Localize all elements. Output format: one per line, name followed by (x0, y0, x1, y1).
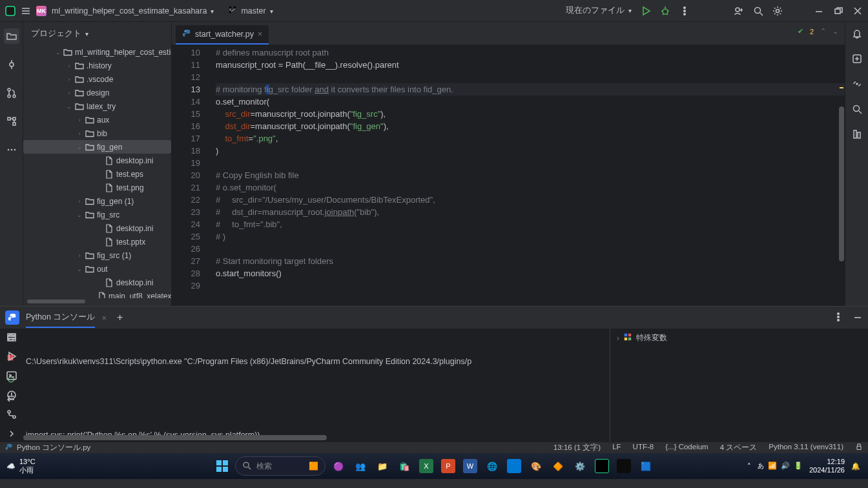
chevron-right-icon[interactable]: › (617, 334, 619, 343)
editor-tab-active[interactable]: start_watcher.py × (176, 25, 269, 45)
chevron-down-icon[interactable]: ⌄ (832, 27, 838, 36)
status-indent[interactable]: 4 スペース (720, 443, 758, 452)
console-output[interactable]: C:\Users\rikuk\venvs311\Scripts\python.e… (23, 329, 610, 442)
project-name-dropdown[interactable]: ml_writing_helper_cost_estimate_kasahara (52, 6, 214, 15)
commit-tool-icon[interactable] (4, 57, 19, 72)
tree-item[interactable]: ›fig_gen (1) (23, 194, 171, 208)
status-encoding[interactable]: UTF-8 (633, 443, 654, 452)
vscode-icon[interactable] (505, 457, 523, 475)
tree-item[interactable]: ›aux (23, 113, 171, 127)
tree-item[interactable]: ⌄latex_try (23, 99, 171, 113)
taskbar-search[interactable]: 検索 🟧 (235, 456, 326, 476)
notifications-icon[interactable]: 🔔 (851, 462, 860, 471)
status-interpreter[interactable]: Python 3.11 (venv311) (769, 443, 843, 452)
sidebar-header[interactable]: プロジェクト (23, 22, 171, 45)
console-add-tab[interactable]: + (113, 312, 123, 323)
code-editor[interactable]: 1011121314151617181920212223242526272829… (172, 45, 845, 306)
tree-item[interactable]: ⌄out (23, 262, 171, 276)
window-minimize-icon[interactable] (814, 6, 824, 16)
teams-icon[interactable]: 👥 (351, 457, 369, 475)
run-tool-icon[interactable] (6, 351, 17, 361)
tree-item[interactable]: desktop.ini (23, 276, 171, 289)
notifications-icon[interactable] (852, 28, 862, 41)
excel-icon[interactable]: X (417, 457, 435, 475)
tree-item[interactable]: desktop.ini (23, 221, 171, 235)
editor-inspection-widget[interactable]: ✔ 2 ⌃ ⌄ (798, 27, 838, 36)
code-with-me-icon[interactable] (734, 6, 744, 16)
tree-item[interactable]: desktop.ini (23, 154, 171, 167)
terminal-icon[interactable] (6, 371, 17, 381)
git-branch-widget[interactable]: master (228, 5, 273, 16)
tree-item[interactable]: test.eps (23, 167, 171, 181)
tree-root[interactable]: ⌄ ml_writing_helper_cost_estimate_kasaha… (23, 45, 171, 59)
window-restore-icon[interactable] (833, 6, 843, 16)
ai-assist-icon[interactable] (852, 54, 862, 66)
console-tab-close-icon[interactable]: × (101, 313, 107, 323)
powerpoint-icon[interactable]: P (439, 457, 457, 475)
python-console-tool-icon[interactable] (5, 310, 19, 325)
tree-item[interactable]: ›fig_src (1) (23, 249, 171, 262)
taskbar-tray[interactable]: ˄ あ 📶 🔊 🔋 12:19 2024/11/26 🔔 (747, 458, 860, 474)
app-icon-4[interactable]: 🟦 (637, 457, 655, 475)
tree-item[interactable]: ›bib (23, 127, 171, 140)
codeium-icon[interactable] (852, 79, 862, 91)
tree-item[interactable]: ⌄fig_gen (23, 140, 171, 154)
tree-item[interactable]: ›.vscode (23, 72, 171, 86)
tree-item[interactable]: ›.history (23, 59, 171, 72)
tree-item[interactable]: test.pptx (23, 235, 171, 249)
tray-wifi-icon[interactable]: 📶 (768, 462, 777, 471)
word-icon[interactable]: W (461, 457, 479, 475)
project-tool-icon[interactable] (4, 28, 19, 44)
editor-scrollbar-vertical[interactable] (839, 107, 844, 261)
tree-item[interactable]: ›design (23, 86, 171, 99)
expand-icon[interactable] (6, 429, 17, 439)
tree-item[interactable]: test.png (23, 181, 171, 194)
app-icon-2[interactable]: 🔶 (549, 457, 567, 475)
app-icon-3[interactable]: ⚙️ (571, 457, 589, 475)
edge-icon[interactable]: 🌐 (483, 457, 501, 475)
code-content[interactable]: # defines manuscript root pathmanuscript… (209, 45, 845, 306)
settings-gear-icon[interactable] (772, 6, 783, 16)
tray-chevron-up-icon[interactable]: ˄ (747, 462, 751, 471)
run-button-icon[interactable] (641, 6, 651, 16)
taskbar-clock[interactable]: 12:19 2024/11/26 (809, 458, 845, 474)
app-icon-1[interactable]: 🎨 (527, 457, 545, 475)
problems-icon[interactable] (6, 390, 17, 400)
console-variables-pane[interactable]: › 特殊変数 (610, 329, 868, 442)
console-menu-icon[interactable] (833, 312, 843, 322)
status-codeium[interactable]: {...} Codeium (665, 443, 708, 452)
project-tree[interactable]: ⌄ ml_writing_helper_cost_estimate_kasaha… (23, 45, 171, 298)
tab-close-icon[interactable]: × (258, 30, 262, 39)
window-close-icon[interactable] (852, 6, 863, 16)
vcs-tool-icon[interactable] (6, 409, 17, 420)
services-icon[interactable] (6, 332, 17, 342)
console-scrollbar-horizontal[interactable] (23, 435, 327, 440)
pycharm-taskbar-icon[interactable] (593, 457, 611, 475)
sidebar-scrollbar-horizontal[interactable] (27, 300, 167, 305)
more-tools-icon[interactable] (4, 142, 19, 158)
tray-lang-icon[interactable]: あ (758, 462, 764, 471)
run-config-selector[interactable]: 現在のファイル (566, 5, 632, 16)
terminal-taskbar-icon[interactable] (615, 457, 633, 475)
pull-requests-icon[interactable] (4, 85, 19, 101)
chevron-up-icon[interactable]: ⌃ (820, 27, 826, 36)
start-button[interactable] (213, 457, 231, 475)
console-tab[interactable]: Python コンソール (26, 308, 95, 328)
tree-item[interactable]: main_utf8_xelatex.aux (23, 289, 171, 298)
status-lock-icon[interactable] (855, 443, 863, 452)
copilot-icon[interactable]: 🟣 (329, 457, 347, 475)
hamburger-menu-icon[interactable] (21, 6, 31, 16)
editor-warning-marker[interactable] (840, 87, 843, 88)
structure-tool-icon[interactable] (4, 114, 19, 129)
console-minimize-icon[interactable] (852, 312, 863, 322)
taskbar-weather[interactable]: ☁️ 13°C 小雨 (6, 458, 36, 475)
debug-button-icon[interactable] (660, 6, 670, 16)
more-actions-icon[interactable] (679, 6, 690, 16)
explorer-icon[interactable]: 📁 (373, 457, 391, 475)
tree-item[interactable]: ⌄fig_src (23, 208, 171, 221)
search-icon[interactable] (753, 6, 763, 16)
status-line-ending[interactable]: LF (612, 443, 621, 452)
status-cursor-pos[interactable]: 13:16 (1 文字) (553, 443, 601, 452)
search-right-icon[interactable] (852, 104, 862, 116)
database-icon[interactable] (852, 129, 862, 141)
